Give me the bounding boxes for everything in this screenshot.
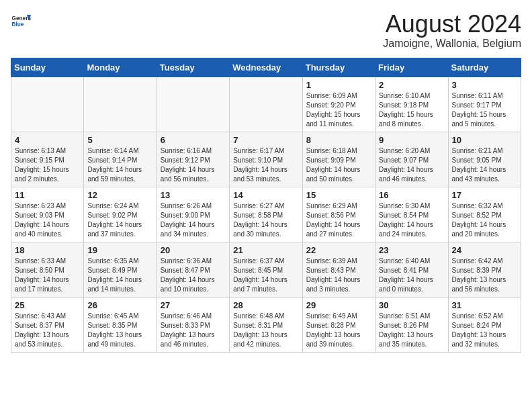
day-info: Sunrise: 6:24 AM Sunset: 9:02 PM Dayligh…	[87, 201, 152, 239]
weekday-header-sunday: Sunday	[11, 58, 84, 77]
calendar-cell: 7Sunrise: 6:17 AM Sunset: 9:10 PM Daylig…	[230, 132, 302, 187]
day-number: 12	[87, 190, 152, 200]
day-number: 28	[233, 300, 298, 310]
day-info: Sunrise: 6:33 AM Sunset: 8:50 PM Dayligh…	[15, 257, 80, 294]
day-number: 2	[379, 80, 444, 90]
calendar-cell: 11Sunrise: 6:23 AM Sunset: 9:03 PM Dayli…	[11, 187, 84, 242]
day-number: 29	[306, 300, 371, 310]
day-number: 1	[306, 80, 371, 90]
day-info: Sunrise: 6:32 AM Sunset: 8:52 PM Dayligh…	[452, 201, 517, 239]
day-number: 22	[306, 245, 371, 255]
calendar-cell: 1Sunrise: 6:09 AM Sunset: 9:20 PM Daylig…	[302, 77, 375, 132]
calendar-cell: 26Sunrise: 6:45 AM Sunset: 8:35 PM Dayli…	[84, 297, 157, 352]
calendar-cell	[157, 77, 229, 132]
day-info: Sunrise: 6:46 AM Sunset: 8:33 PM Dayligh…	[161, 312, 226, 349]
day-number: 6	[161, 135, 226, 145]
month-title: August 2024	[383, 11, 521, 38]
calendar-cell: 18Sunrise: 6:33 AM Sunset: 8:50 PM Dayli…	[11, 242, 84, 297]
day-number: 7	[233, 135, 298, 145]
calendar-cell: 2Sunrise: 6:10 AM Sunset: 9:18 PM Daylig…	[375, 77, 448, 132]
calendar-cell: 17Sunrise: 6:32 AM Sunset: 8:52 PM Dayli…	[448, 187, 521, 242]
calendar-cell: 23Sunrise: 6:40 AM Sunset: 8:41 PM Dayli…	[375, 242, 448, 297]
weekday-header-monday: Monday	[84, 58, 157, 77]
calendar-cell: 12Sunrise: 6:24 AM Sunset: 9:02 PM Dayli…	[84, 187, 157, 242]
calendar-cell: 19Sunrise: 6:35 AM Sunset: 8:49 PM Dayli…	[84, 242, 157, 297]
day-info: Sunrise: 6:16 AM Sunset: 9:12 PM Dayligh…	[161, 146, 226, 184]
calendar-cell	[230, 77, 302, 132]
calendar-cell: 9Sunrise: 6:20 AM Sunset: 9:07 PM Daylig…	[375, 132, 448, 187]
day-number: 21	[233, 245, 298, 255]
calendar-cell: 16Sunrise: 6:30 AM Sunset: 8:54 PM Dayli…	[375, 187, 448, 242]
day-info: Sunrise: 6:21 AM Sunset: 9:05 PM Dayligh…	[452, 146, 517, 184]
day-number: 9	[379, 135, 444, 145]
day-number: 31	[452, 300, 517, 310]
day-number: 23	[379, 245, 444, 255]
weekday-header-saturday: Saturday	[448, 58, 521, 77]
day-info: Sunrise: 6:29 AM Sunset: 8:56 PM Dayligh…	[306, 201, 371, 239]
weekday-header-wednesday: Wednesday	[230, 58, 302, 77]
calendar-cell: 24Sunrise: 6:42 AM Sunset: 8:39 PM Dayli…	[448, 242, 521, 297]
calendar-cell: 5Sunrise: 6:14 AM Sunset: 9:14 PM Daylig…	[84, 132, 157, 187]
day-info: Sunrise: 6:43 AM Sunset: 8:37 PM Dayligh…	[15, 312, 80, 349]
calendar-cell	[84, 77, 157, 132]
calendar-cell: 15Sunrise: 6:29 AM Sunset: 8:56 PM Dayli…	[302, 187, 375, 242]
day-number: 20	[161, 245, 226, 255]
day-info: Sunrise: 6:20 AM Sunset: 9:07 PM Dayligh…	[379, 146, 444, 184]
calendar-week-row: 4Sunrise: 6:13 AM Sunset: 9:15 PM Daylig…	[11, 132, 521, 187]
day-number: 26	[87, 300, 152, 310]
calendar-cell: 30Sunrise: 6:51 AM Sunset: 8:26 PM Dayli…	[375, 297, 448, 352]
day-number: 30	[379, 300, 444, 310]
calendar-cell: 29Sunrise: 6:49 AM Sunset: 8:28 PM Dayli…	[302, 297, 375, 352]
day-info: Sunrise: 6:26 AM Sunset: 9:00 PM Dayligh…	[161, 201, 226, 239]
day-info: Sunrise: 6:39 AM Sunset: 8:43 PM Dayligh…	[306, 257, 371, 294]
day-number: 10	[452, 135, 517, 145]
calendar-cell: 22Sunrise: 6:39 AM Sunset: 8:43 PM Dayli…	[302, 242, 375, 297]
day-info: Sunrise: 6:10 AM Sunset: 9:18 PM Dayligh…	[379, 91, 444, 129]
day-info: Sunrise: 6:49 AM Sunset: 8:28 PM Dayligh…	[306, 312, 371, 349]
title-block: August 2024 Jamoigne, Wallonia, Belgium	[383, 11, 521, 50]
calendar-cell: 14Sunrise: 6:27 AM Sunset: 8:58 PM Dayli…	[230, 187, 302, 242]
day-info: Sunrise: 6:09 AM Sunset: 9:20 PM Dayligh…	[306, 91, 371, 129]
calendar-cell: 3Sunrise: 6:11 AM Sunset: 9:17 PM Daylig…	[448, 77, 521, 132]
day-info: Sunrise: 6:11 AM Sunset: 9:17 PM Dayligh…	[452, 91, 517, 129]
day-number: 14	[233, 190, 298, 200]
calendar-week-row: 25Sunrise: 6:43 AM Sunset: 8:37 PM Dayli…	[11, 297, 521, 352]
weekday-header-friday: Friday	[375, 58, 448, 77]
day-info: Sunrise: 6:42 AM Sunset: 8:39 PM Dayligh…	[452, 257, 517, 294]
weekday-header-row: SundayMondayTuesdayWednesdayThursdayFrid…	[11, 58, 521, 77]
calendar-week-row: 1Sunrise: 6:09 AM Sunset: 9:20 PM Daylig…	[11, 77, 521, 132]
day-number: 11	[15, 190, 80, 200]
day-info: Sunrise: 6:13 AM Sunset: 9:15 PM Dayligh…	[15, 146, 80, 184]
day-number: 27	[161, 300, 226, 310]
day-info: Sunrise: 6:30 AM Sunset: 8:54 PM Dayligh…	[379, 201, 444, 239]
day-number: 25	[15, 300, 80, 310]
day-info: Sunrise: 6:37 AM Sunset: 8:45 PM Dayligh…	[233, 257, 298, 294]
day-info: Sunrise: 6:45 AM Sunset: 8:35 PM Dayligh…	[87, 312, 152, 349]
page-header: General Blue August 2024 Jamoigne, Wallo…	[11, 11, 521, 50]
day-info: Sunrise: 6:17 AM Sunset: 9:10 PM Dayligh…	[233, 146, 298, 184]
location: Jamoigne, Wallonia, Belgium	[383, 38, 521, 50]
calendar-cell: 4Sunrise: 6:13 AM Sunset: 9:15 PM Daylig…	[11, 132, 84, 187]
calendar-cell: 21Sunrise: 6:37 AM Sunset: 8:45 PM Dayli…	[230, 242, 302, 297]
weekday-header-thursday: Thursday	[302, 58, 375, 77]
day-info: Sunrise: 6:27 AM Sunset: 8:58 PM Dayligh…	[233, 201, 298, 239]
logo: General Blue	[11, 11, 31, 31]
calendar-cell: 27Sunrise: 6:46 AM Sunset: 8:33 PM Dayli…	[157, 297, 229, 352]
day-info: Sunrise: 6:51 AM Sunset: 8:26 PM Dayligh…	[379, 312, 444, 349]
calendar-cell: 10Sunrise: 6:21 AM Sunset: 9:05 PM Dayli…	[448, 132, 521, 187]
day-info: Sunrise: 6:52 AM Sunset: 8:24 PM Dayligh…	[452, 312, 517, 349]
day-info: Sunrise: 6:23 AM Sunset: 9:03 PM Dayligh…	[15, 201, 80, 239]
calendar-cell: 31Sunrise: 6:52 AM Sunset: 8:24 PM Dayli…	[448, 297, 521, 352]
day-info: Sunrise: 6:40 AM Sunset: 8:41 PM Dayligh…	[379, 257, 444, 294]
day-number: 3	[452, 80, 517, 90]
day-info: Sunrise: 6:48 AM Sunset: 8:31 PM Dayligh…	[233, 312, 298, 349]
day-number: 24	[452, 245, 517, 255]
calendar-cell: 6Sunrise: 6:16 AM Sunset: 9:12 PM Daylig…	[157, 132, 229, 187]
day-info: Sunrise: 6:35 AM Sunset: 8:49 PM Dayligh…	[87, 257, 152, 294]
day-info: Sunrise: 6:36 AM Sunset: 8:47 PM Dayligh…	[161, 257, 226, 294]
day-info: Sunrise: 6:18 AM Sunset: 9:09 PM Dayligh…	[306, 146, 371, 184]
day-number: 18	[15, 245, 80, 255]
calendar-week-row: 18Sunrise: 6:33 AM Sunset: 8:50 PM Dayli…	[11, 242, 521, 297]
calendar-cell: 25Sunrise: 6:43 AM Sunset: 8:37 PM Dayli…	[11, 297, 84, 352]
calendar-cell: 13Sunrise: 6:26 AM Sunset: 9:00 PM Dayli…	[157, 187, 229, 242]
